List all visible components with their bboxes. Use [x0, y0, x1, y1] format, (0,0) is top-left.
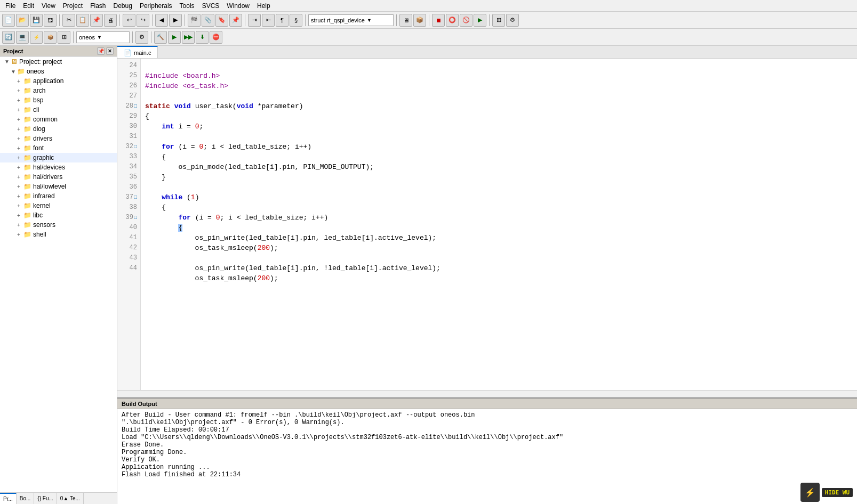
tree-oneos[interactable]: ▼ 📁 oneos — [0, 67, 117, 76]
new-file-btn[interactable]: 📄 — [2, 14, 15, 27]
menu-edit[interactable]: Edit — [20, 1, 37, 11]
bookmark4-btn[interactable]: 📌 — [229, 14, 242, 27]
tb2-btn1[interactable]: 🔄 — [2, 31, 15, 44]
bookmark2-btn[interactable]: 📎 — [202, 14, 214, 27]
run-btn[interactable]: ▶▶ — [182, 31, 195, 44]
tab-templates[interactable]: 0▲ Te... — [57, 493, 84, 504]
format-btn[interactable]: ¶ — [276, 14, 289, 27]
build-panel-label: Build Output — [122, 401, 157, 407]
menu-peripherals[interactable]: Peripherals — [137, 1, 175, 11]
ln-33: 33 — [121, 152, 137, 162]
haldev-expand: + — [17, 165, 23, 170]
target-arrow: ▼ — [97, 35, 102, 40]
tb2-btn2[interactable]: 💻 — [16, 31, 29, 44]
print-btn[interactable]: 🖨 — [104, 14, 117, 27]
redo-btn[interactable]: ↪ — [137, 14, 149, 27]
tb2-pkg2-btn[interactable]: 📦 — [44, 31, 57, 44]
format2-btn[interactable]: § — [290, 14, 302, 27]
menu-svcs[interactable]: SVCS — [199, 1, 223, 11]
target-label: oneos — [79, 34, 95, 40]
menu-file[interactable]: File — [2, 1, 19, 11]
tb2-config-btn[interactable]: ⊞ — [58, 31, 70, 44]
debug-circle-btn[interactable]: ⭕ — [446, 14, 459, 27]
save-all-btn[interactable]: 🖫 — [44, 14, 57, 27]
stop-btn[interactable]: ⛔ — [210, 31, 222, 44]
tree-libc[interactable]: + 📁 libc — [0, 210, 117, 220]
nav-fwd-btn[interactable]: ▶ — [169, 14, 182, 27]
bookmark1-btn[interactable]: 🏁 — [188, 14, 201, 27]
cut-btn[interactable]: ✂ — [62, 14, 75, 27]
ln-25: 25 — [121, 71, 137, 81]
folder-icon-app: 📁 — [23, 77, 31, 85]
unindent-btn[interactable]: ⇤ — [262, 14, 275, 27]
tab-books[interactable]: Bo... — [17, 493, 35, 504]
tree-cli[interactable]: + 📁 cli — [0, 105, 117, 115]
kernel-expand: + — [17, 203, 23, 209]
tree-haldevices[interactable]: + 📁 hal/devices — [0, 162, 117, 172]
indent-btn[interactable]: ⇥ — [248, 14, 261, 27]
paste-btn[interactable]: 📌 — [90, 14, 103, 27]
debug-cancel-btn[interactable]: 🚫 — [460, 14, 472, 27]
tree-shell[interactable]: + 📁 shell — [0, 230, 117, 239]
settings2-btn[interactable]: ⚙ — [135, 31, 148, 44]
tree-infrared[interactable]: + 📁 infrared — [0, 191, 117, 201]
drivers-label: drivers — [33, 135, 52, 142]
tree-dlog[interactable]: + 📁 dlog — [0, 124, 117, 134]
undo-btn[interactable]: ↩ — [123, 14, 135, 27]
tree-arch[interactable]: + 📁 arch — [0, 86, 117, 95]
root-icon: 🖥 — [11, 58, 18, 66]
save-btn[interactable]: 💾 — [30, 14, 43, 27]
view-grid-btn[interactable]: ⊞ — [492, 14, 505, 27]
build-line-3: Build Time Elapsed: 00:00:17 — [122, 426, 853, 434]
tree-bsp[interactable]: + 📁 bsp — [0, 95, 117, 105]
device-dropdown[interactable]: struct rt_qspi_device ▼ — [308, 14, 394, 26]
build-all-btn[interactable]: ▶ — [168, 31, 181, 44]
tree-kernel[interactable]: + 📁 kernel — [0, 201, 117, 210]
open-btn[interactable]: 📂 — [16, 14, 29, 27]
load-btn[interactable]: ⬇ — [196, 31, 209, 44]
target-dropdown[interactable]: oneos ▼ — [76, 31, 130, 43]
tree-drivers[interactable]: + 📁 drivers — [0, 134, 117, 143]
menu-tools[interactable]: Tools — [177, 1, 198, 11]
debug-red-btn[interactable]: ⏹ — [432, 14, 445, 27]
menu-project[interactable]: Project — [60, 1, 86, 11]
bsp-label: bsp — [33, 96, 43, 104]
debug-green-btn[interactable]: ▶ — [474, 14, 486, 27]
project-pin-btn[interactable]: 📌 — [97, 47, 105, 55]
menu-flash[interactable]: Flash — [87, 1, 109, 11]
tb2-cpu-btn[interactable]: ⚡ — [30, 31, 43, 44]
project-close-btn[interactable]: ✕ — [106, 47, 114, 55]
ln-30: 30 — [121, 121, 137, 132]
code-content[interactable]: #include <board.h> #include <os_task.h> … — [141, 59, 857, 390]
tree-root[interactable]: ▼ 🖥 Project: project — [0, 56, 117, 67]
cpu-view-btn[interactable]: 🖥 — [399, 14, 412, 27]
sep5 — [245, 14, 245, 26]
libc-expand: + — [17, 213, 23, 218]
build-btn[interactable]: 🔨 — [154, 31, 167, 44]
menu-window[interactable]: Window — [223, 1, 253, 11]
nav-back-btn[interactable]: ◀ — [155, 14, 168, 27]
tab-mainc[interactable]: 📄 main.c — [117, 46, 158, 58]
menu-debug[interactable]: Debug — [110, 1, 135, 11]
tab-functions[interactable]: {} Fu... — [34, 493, 57, 504]
tree-sensors[interactable]: + 📁 sensors — [0, 220, 117, 230]
cli-label: cli — [33, 106, 39, 113]
menu-view[interactable]: View — [38, 1, 59, 11]
app-expand: + — [17, 78, 23, 84]
tree-application[interactable]: + 📁 application — [0, 76, 117, 86]
tree-hallowlevel[interactable]: + 📁 hal/lowlevel — [0, 182, 117, 191]
settings-btn[interactable]: ⚙ — [506, 14, 519, 27]
tree-font[interactable]: + 📁 font — [0, 143, 117, 153]
tab-project[interactable]: Pr... — [0, 493, 17, 504]
code-area[interactable]: 24 25 26 27 28□ 29 30 31 32□ 33 34 35 — [117, 59, 857, 390]
common-label: common — [33, 116, 58, 123]
horizontal-scrollbar[interactable] — [117, 390, 857, 397]
tree-haldrivers[interactable]: + 📁 hal/drivers — [0, 172, 117, 182]
tree-graphic[interactable]: + 📁 graphic — [0, 153, 117, 162]
copy-btn[interactable]: 📋 — [76, 14, 89, 27]
tree-common[interactable]: + 📁 common — [0, 115, 117, 124]
ln-35: 35 — [121, 172, 137, 182]
menu-help[interactable]: Help — [254, 1, 274, 11]
pkg-btn[interactable]: 📦 — [413, 14, 426, 27]
bookmark3-btn[interactable]: 🔖 — [215, 14, 228, 27]
